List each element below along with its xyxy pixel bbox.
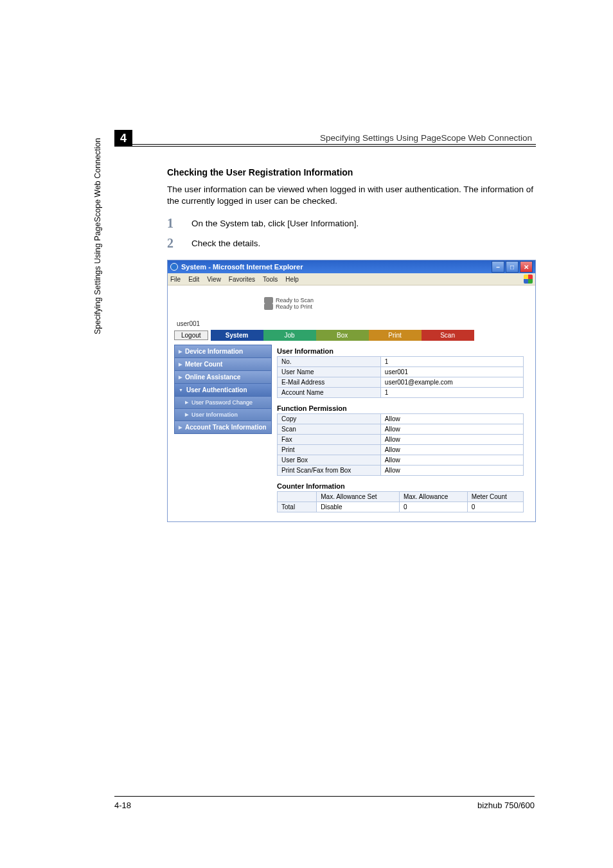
menu-file[interactable]: File [170,276,181,283]
window-title: System - Microsoft Internet Explorer [181,263,303,271]
label-fax: Fax [278,435,381,445]
label-copy: Copy [278,414,381,424]
nav-online-assistance[interactable]: Online Assistance [175,371,271,384]
label-print-scan-fax: Print Scan/Fax from Box [278,466,381,476]
nav-account-track-information[interactable]: Account Track Information [175,421,271,433]
nav-user-password-change[interactable]: User Password Change [175,397,271,409]
row-total-max: 0 [399,502,467,512]
label-scan: Scan [278,424,381,435]
menu-favorites[interactable]: Favorites [229,276,255,283]
header-max-allowance-set: Max. Allowance Set [317,492,400,502]
status-print: Ready to Print [276,303,312,310]
header-rule [132,144,536,145]
tab-system[interactable]: System [211,330,263,341]
row-total-max-set: Disable [317,502,400,512]
row-total-label: Total [278,502,317,512]
value-print-scan-fax: Allow [380,466,523,476]
product-name: bizhub 750/600 [477,800,535,810]
value-account-name: 1 [380,388,523,398]
menu-help[interactable]: Help [285,276,299,283]
status-scan: Ready to Scan [276,297,314,303]
label-account-name: Account Name [278,388,381,398]
value-email: user001@example.com [380,377,523,388]
function-permission-table: CopyAllow ScanAllow FaxAllow PrintAllow … [277,413,524,476]
counter-info-heading: Counter Information [277,482,524,490]
menu-tools[interactable]: Tools [263,276,278,283]
section-heading: Checking the User Registration Informati… [167,167,535,177]
menu-view[interactable]: View [207,276,221,283]
value-no: 1 [380,357,523,367]
value-user-name: user001 [380,367,523,377]
logout-button[interactable]: Logout [174,330,208,340]
value-print: Allow [380,445,523,455]
side-navigation: Device Information Meter Count Online As… [174,345,272,434]
row-total-meter: 0 [467,502,523,512]
tab-job[interactable]: Job [263,330,316,341]
value-fax: Allow [380,435,523,445]
running-header: Specifying Settings Using PageScope Web … [320,133,532,143]
user-info-heading: User Information [277,347,524,355]
counter-info-table: Max. Allowance Set Max. Allowance Meter … [277,491,524,512]
nav-device-information[interactable]: Device Information [175,345,271,358]
nav-user-information[interactable]: User Information [175,409,271,421]
header-rule-2 [132,146,536,147]
menu-edit[interactable]: Edit [188,276,199,283]
menu-bar: File Edit View Favorites Tools Help [168,273,535,285]
label-user-name: User Name [278,367,381,377]
browser-window: System - Microsoft Internet Explorer – □… [167,260,536,522]
tab-print[interactable]: Print [369,330,422,341]
page-number: 4-18 [114,800,131,810]
scanner-icon [264,297,273,303]
chapter-number-badge: 4 [114,130,132,147]
step-1-number: 1 [167,216,180,231]
value-copy: Allow [380,414,523,424]
header-max-allowance: Max. Allowance [399,492,467,502]
paragraph-intro: The user information can be viewed when … [167,184,535,207]
ie-icon [170,263,178,271]
printer-icon [264,303,273,310]
windows-flag-icon [524,275,533,284]
function-permission-heading: Function Permission [277,404,524,412]
close-button[interactable]: ✕ [520,261,533,273]
window-titlebar[interactable]: System - Microsoft Internet Explorer – □… [168,260,535,273]
tab-box[interactable]: Box [316,330,369,341]
label-user-box: User Box [278,455,381,466]
label-print: Print [278,445,381,455]
maximize-button[interactable]: □ [506,261,519,273]
nav-user-authentication[interactable]: User Authentication [175,384,271,397]
value-scan: Allow [380,424,523,435]
minimize-button[interactable]: – [492,261,504,273]
user-info-table: No.1 User Nameuser001 E-Mail Addressuser… [277,356,524,398]
step-2-number: 2 [167,236,180,251]
label-email: E-Mail Address [278,377,381,388]
tab-scan[interactable]: Scan [422,330,474,341]
nav-meter-count[interactable]: Meter Count [175,358,271,371]
side-label: Specifying Settings Using PageScope Web … [93,0,102,334]
value-user-box: Allow [380,455,523,466]
page-footer: 4-18 bizhub 750/600 [114,796,535,810]
counter-blank [278,492,317,502]
step-2-text: Check the details. [191,236,260,251]
step-1-text: On the System tab, click [User Informati… [191,216,359,231]
header-meter-count: Meter Count [467,492,523,502]
current-user-label: user001 [177,320,529,327]
label-no: No. [278,357,381,367]
